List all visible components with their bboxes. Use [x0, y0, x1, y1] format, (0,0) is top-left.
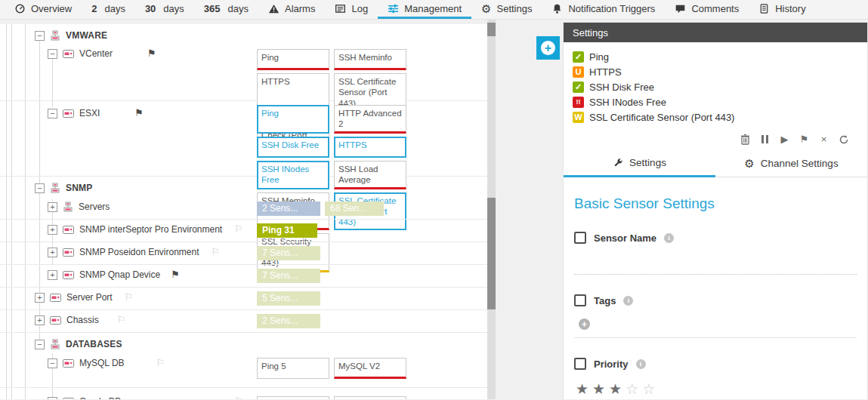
play-icon[interactable]: ▶ — [779, 134, 790, 145]
flag-icon[interactable]: ⚐ — [234, 225, 243, 234]
flag-icon[interactable]: ⚐ — [117, 315, 126, 325]
close-icon[interactable]: × — [818, 134, 829, 145]
tab-management[interactable]: Management — [378, 0, 471, 19]
sensor-box[interactable]: HTTP Advanced 2 — [334, 105, 406, 134]
expand-toggle[interactable]: + — [48, 270, 57, 280]
list-item[interactable]: W SSL Certificate Sensor (Port 443) — [573, 109, 858, 125]
sensor-box[interactable]: Ping 5 — [257, 358, 329, 379]
flag-icon[interactable]: ⚐ — [212, 248, 221, 257]
list-item[interactable]: !! SSH INodes Free — [573, 94, 858, 109]
collapse-toggle[interactable]: − — [48, 109, 57, 118]
flag-icon[interactable]: ⚐ — [125, 293, 134, 302]
delete-icon[interactable] — [740, 134, 751, 145]
group-icon — [50, 30, 60, 41]
device-label[interactable]: SNMP interSeptor Pro Environment — [79, 224, 222, 235]
info-icon[interactable]: i — [636, 359, 646, 369]
sensor-count-pill[interactable]: 7 Sens... — [257, 246, 320, 260]
group-label[interactable]: DATABASES — [66, 339, 122, 349]
device-label[interactable]: SNMP Poseidon Environment — [79, 247, 199, 257]
collapse-toggle[interactable]: − — [48, 358, 57, 368]
tab-settings[interactable]: ⚙ Settings — [471, 0, 542, 19]
sensor-box[interactable]: Oracle SQL 4 — [334, 396, 406, 399]
flag-icon[interactable]: ⚑ — [134, 109, 144, 118]
scrollbar-thumb[interactable] — [487, 198, 496, 309]
sensor-box[interactable]: MySQL V2 — [334, 358, 406, 379]
sensor-count-pill[interactable]: Ping 31 — [257, 223, 317, 238]
add-tag-icon[interactable]: + — [579, 318, 590, 330]
tab-alarms[interactable]: Alarms — [258, 0, 325, 19]
tab-channel-settings[interactable]: ⚙ Channel Settings — [715, 152, 867, 177]
flag-icon[interactable]: ⚑ — [171, 270, 180, 279]
group-icon — [50, 339, 60, 349]
collapse-toggle[interactable]: − — [35, 340, 45, 349]
star-filled-icon[interactable]: ★ — [592, 381, 609, 397]
device-label[interactable]: Oracle DB — [79, 396, 121, 399]
tab-history[interactable]: History — [749, 0, 815, 19]
sensor-box[interactable]: Ping — [257, 105, 329, 134]
device-label[interactable]: VCenter — [79, 48, 113, 59]
tree-row: − ESXI ⚑ Ping HTTP Advanced 2 SSH Disk F… — [0, 101, 487, 177]
sensor-box[interactable]: Ping 41 — [257, 396, 329, 399]
sensor-box[interactable]: HTTPS — [334, 137, 406, 158]
priority-checkbox[interactable] — [574, 358, 586, 370]
status-up-icon: ✓ — [573, 51, 584, 63]
sensor-count-pill[interactable]: 2 Sens... — [257, 314, 320, 328]
priority-stars[interactable]: ★★★☆☆ — [576, 380, 857, 398]
refresh-icon[interactable] — [838, 134, 849, 145]
tree-scrollbar[interactable] — [487, 20, 496, 399]
sensor-count-pill[interactable]: 5 Sens... — [257, 291, 320, 306]
list-item[interactable]: U HTTPS — [573, 64, 858, 79]
flag-icon[interactable]: ⚐ — [234, 397, 243, 399]
tab-log[interactable]: Log — [325, 0, 378, 19]
tags-checkbox[interactable] — [574, 294, 586, 306]
star-filled-icon[interactable]: ★ — [576, 381, 592, 397]
device-icon — [50, 316, 61, 325]
sensor-box[interactable]: SSH Meminfo — [334, 49, 406, 70]
tab-30-days[interactable]: 30 days — [135, 0, 194, 19]
scrollbar-thumb[interactable] — [487, 23, 496, 36]
device-label[interactable]: Chassis — [66, 315, 99, 325]
sensor-box[interactable]: SSH Disk Free — [257, 137, 329, 158]
device-label[interactable]: ESXI — [79, 108, 100, 118]
group-label[interactable]: VMWARE — [66, 30, 107, 41]
expand-toggle[interactable]: + — [48, 202, 57, 212]
list-item[interactable]: ✓ Ping — [573, 49, 858, 64]
star-empty-icon[interactable]: ☆ — [642, 381, 659, 397]
tab-2-days[interactable]: 2 days — [82, 0, 135, 19]
star-empty-icon[interactable]: ☆ — [626, 381, 642, 397]
info-icon[interactable]: i — [623, 296, 633, 306]
collapse-toggle[interactable]: − — [35, 31, 45, 41]
star-filled-icon[interactable]: ★ — [609, 381, 626, 397]
tab-overview[interactable]: Overview — [5, 0, 82, 19]
status-unusual-icon: U — [573, 66, 584, 78]
tab-label: Log — [351, 3, 368, 14]
flag-icon[interactable]: ⚐ — [156, 358, 165, 368]
pause-icon[interactable] — [759, 134, 771, 145]
expand-toggle[interactable]: + — [48, 225, 57, 235]
device-label[interactable]: SNMP Qnap Device — [79, 269, 160, 280]
expand-toggle[interactable]: + — [48, 248, 57, 257]
flag-icon[interactable]: ⚑ — [798, 134, 810, 145]
info-icon[interactable]: i — [664, 233, 674, 243]
sensor-count-pill[interactable]: 2 Sens... — [257, 202, 320, 216]
sensor-box[interactable]: Ping — [257, 49, 329, 70]
collapse-toggle[interactable]: − — [35, 183, 45, 193]
collapse-toggle[interactable]: − — [48, 397, 57, 400]
expand-toggle[interactable]: + — [35, 315, 45, 325]
list-item[interactable]: ✓ SSH Disk Free — [573, 79, 858, 94]
device-label[interactable]: Server Port — [66, 292, 113, 303]
group-label[interactable]: SNMP — [66, 183, 92, 193]
tab-notification-triggers[interactable]: Notification Triggers — [542, 0, 665, 19]
device-label[interactable]: MySQL DB — [79, 358, 125, 368]
sensor-name-checkbox[interactable] — [574, 232, 586, 244]
sensor-count-pill[interactable]: 7 Sens... — [257, 269, 320, 283]
tab-comments[interactable]: Comments — [665, 0, 749, 19]
flag-icon[interactable]: ⚑ — [147, 49, 156, 58]
sensor-count-pill[interactable]: 68 Sen... — [325, 202, 384, 216]
group-label[interactable]: Servers — [79, 202, 110, 212]
expand-toggle[interactable]: + — [35, 293, 45, 303]
add-sensor-button[interactable]: + — [536, 36, 560, 60]
tab-sensor-settings[interactable]: Settings — [564, 152, 715, 177]
collapse-toggle[interactable]: − — [48, 49, 57, 59]
tab-365-days[interactable]: 365 days — [194, 0, 258, 19]
